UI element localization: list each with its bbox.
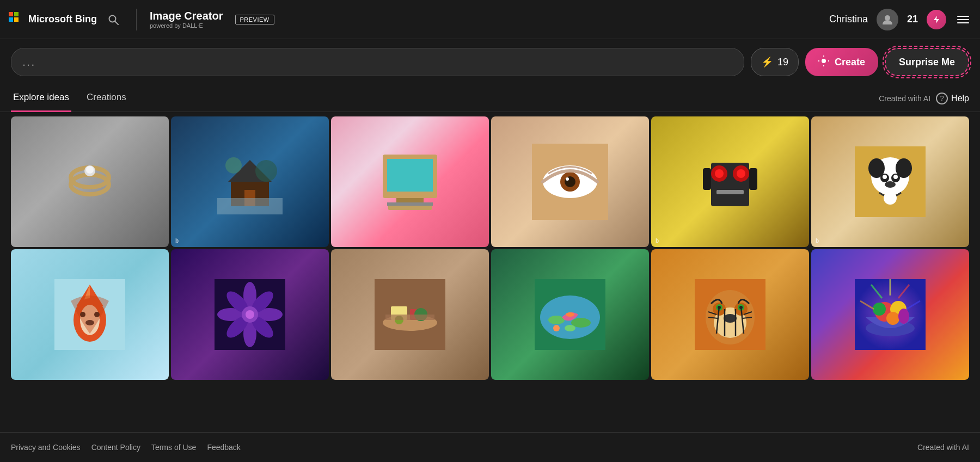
help-button[interactable]: ? Help [936, 93, 969, 104]
grid-item-ring[interactable] [11, 116, 169, 247]
search-dots: ... [22, 55, 35, 69]
svg-point-37 [737, 169, 745, 178]
boost-icon[interactable] [927, 10, 946, 29]
surprise-me-button[interactable]: Surprise Me [885, 48, 969, 76]
help-circle-icon: ? [936, 93, 948, 104]
header-divider [136, 9, 137, 30]
svg-rect-38 [716, 190, 744, 194]
search-button[interactable] [103, 10, 123, 29]
grid-item-computer[interactable] [331, 116, 489, 247]
pond-image [491, 249, 649, 380]
svg-point-70 [246, 310, 254, 319]
flower-image [171, 249, 329, 380]
svg-point-20 [225, 157, 242, 174]
svg-rect-22 [217, 198, 283, 214]
bing-watermark-robot: b [656, 238, 659, 244]
svg-point-36 [715, 169, 724, 178]
svg-point-21 [255, 160, 277, 182]
svg-point-16 [86, 166, 94, 174]
tiger-image [651, 249, 809, 380]
svg-rect-27 [387, 202, 433, 206]
boost-lightning-icon: ⚡ [761, 56, 773, 68]
fox-image [11, 249, 169, 380]
created-with-ai-label: Created with AI [879, 94, 930, 103]
svg-point-47 [883, 175, 887, 179]
panda-image [811, 116, 969, 247]
tabs-row: Explore ideas Creations Created with AI … [0, 85, 980, 112]
svg-point-82 [565, 325, 575, 331]
tabs-right: Created with AI ? Help [879, 93, 969, 104]
svg-marker-7 [934, 16, 939, 23]
image-grid: b [0, 112, 980, 384]
svg-rect-3 [14, 17, 19, 22]
create-icon [818, 56, 829, 69]
grid-item-panda[interactable]: b [811, 116, 969, 247]
boost-count: 21 [907, 14, 918, 25]
cabin-image [171, 116, 329, 247]
svg-rect-1 [14, 12, 19, 16]
tab-creations[interactable]: Creations [84, 85, 128, 112]
ring-image [11, 116, 169, 247]
bing-logo-icon [9, 12, 24, 27]
svg-point-94 [724, 314, 737, 323]
svg-rect-25 [396, 198, 424, 202]
bing-watermark-cabin: b [175, 238, 179, 244]
image-creator-name: Image Creator [150, 10, 223, 22]
preview-badge: PREVIEW [235, 15, 274, 24]
footer: Privacy and Cookies Content Policy Terms… [0, 432, 980, 462]
grid-item-bowl[interactable] [811, 249, 969, 380]
menu-line-2 [957, 19, 969, 20]
grid-item-fox[interactable] [11, 249, 169, 380]
svg-rect-40 [749, 168, 757, 190]
boost-pill: ⚡ 19 [751, 48, 799, 76]
svg-point-32 [566, 177, 569, 181]
lightning-icon [932, 15, 941, 24]
brand-name: Microsoft Bing [28, 14, 97, 25]
svg-point-102 [898, 309, 909, 324]
eye-image [491, 116, 649, 247]
grid-item-pond[interactable] [491, 249, 649, 380]
boost-pill-count: 19 [777, 57, 788, 68]
search-row: ... ⚡ 19 Create Surprise Me [0, 39, 980, 85]
user-avatar[interactable] [877, 9, 898, 30]
bing-watermark-panda: b [816, 238, 819, 244]
grid-item-robot[interactable]: b [651, 116, 809, 247]
menu-line-1 [957, 16, 969, 17]
wand-icon [818, 56, 829, 66]
header-left: Microsoft Bing Image Creator powered by … [9, 9, 274, 30]
tab-explore[interactable]: Explore ideas [11, 85, 71, 112]
create-button[interactable]: Create [805, 48, 878, 76]
header-right: Christina 21 [829, 9, 971, 30]
create-label: Create [835, 57, 865, 68]
svg-point-50 [884, 192, 897, 205]
grid-item-flower[interactable] [171, 249, 329, 380]
grid-item-food[interactable] [331, 249, 489, 380]
search-bar[interactable]: ... [11, 48, 744, 76]
footer-created-with-ai: Created with AI [917, 443, 969, 452]
image-creator-title: Image Creator powered by DALL·E [150, 10, 223, 29]
content-policy-link[interactable]: Content Policy [91, 443, 140, 452]
grid-item-eye[interactable] [491, 116, 649, 247]
svg-rect-24 [387, 159, 433, 192]
grid-item-tiger[interactable] [651, 249, 809, 380]
image-creator-sub: powered by DALL·E [150, 22, 223, 29]
feedback-link[interactable]: Feedback [207, 443, 240, 452]
svg-rect-0 [9, 12, 13, 16]
svg-point-48 [893, 175, 898, 179]
svg-rect-2 [9, 17, 13, 22]
food-image [331, 249, 489, 380]
menu-button[interactable] [955, 14, 971, 26]
privacy-link[interactable]: Privacy and Cookies [11, 443, 81, 452]
grid-item-cabin[interactable]: b [171, 116, 329, 247]
svg-point-83 [566, 312, 574, 317]
bing-logo: Microsoft Bing [9, 12, 97, 27]
svg-point-101 [886, 312, 899, 325]
person-icon [881, 14, 893, 26]
user-name: Christina [829, 14, 868, 25]
svg-line-5 [115, 21, 118, 24]
search-icon [108, 14, 119, 25]
terms-link[interactable]: Terms of Use [151, 443, 196, 452]
header: Microsoft Bing Image Creator powered by … [0, 0, 980, 39]
svg-point-100 [873, 303, 886, 316]
help-label: Help [951, 94, 969, 103]
